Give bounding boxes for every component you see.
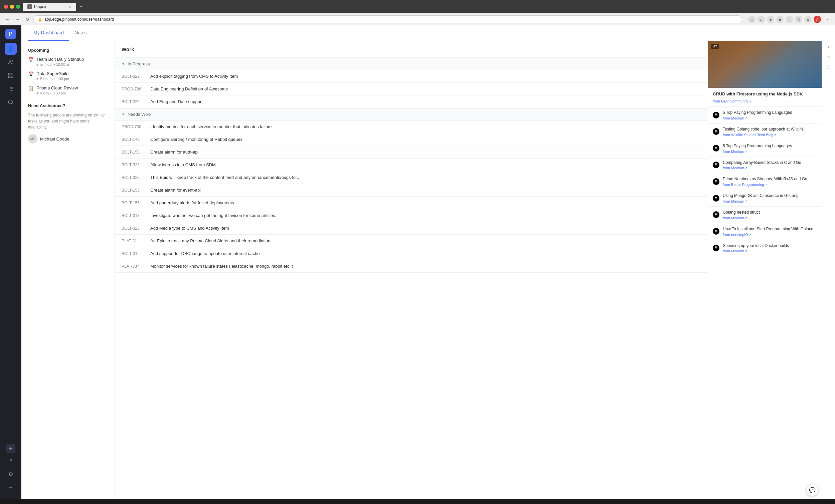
article-item-5[interactable]: M Using MongoDB as Datasource in GoLang … [708, 190, 822, 206]
work-row-bolt-325[interactable]: BOLT-325 Add Media type to CMS and Activ… [115, 222, 708, 235]
work-row-bolt-153[interactable]: BOLT-153 Create alarm for auth-api [115, 146, 708, 159]
extension-icon-2[interactable]: ■ [767, 16, 774, 23]
hero-article-title[interactable]: CRUD with Firestore using the Node.js SD… [708, 88, 822, 99]
tab-notes[interactable]: Notes [69, 25, 92, 41]
sidebar-item-org[interactable] [5, 69, 17, 81]
article-info-0: 5 Top Paying Programming Languages from … [723, 110, 817, 120]
upcoming-item-2-time: in a day • 8:30 am [36, 91, 78, 95]
new-tab-button[interactable]: + [78, 3, 84, 10]
forward-button[interactable]: → [14, 16, 21, 23]
extension-icon-6[interactable]: ⊕ [804, 16, 812, 23]
active-tab[interactable]: P Pinpoint ✕ [23, 3, 76, 11]
article-title-6: Golang nested struct [723, 210, 817, 215]
article-item-3[interactable]: M Comparing Array-Based Stacks in C and … [708, 156, 822, 173]
work-row-bolt-315[interactable]: BOLT-315 Add support for DBChange to upd… [115, 247, 708, 260]
article-source-3: from Medium ↗ [723, 166, 817, 170]
work-row-plat-311[interactable]: PLAT-311 An Epic to track any Prisma Clo… [115, 235, 708, 247]
assistance-desc: The following people are working on simi… [28, 112, 108, 130]
work-row-prod-726[interactable]: PROD-726 Data Engineering Definition of … [115, 83, 708, 96]
upcoming-item-0-title: Team Bolt Daily Standup [36, 57, 84, 62]
back-button[interactable]: ← [4, 16, 12, 23]
sidebar-settings-icon[interactable]: ⚙ [5, 468, 17, 480]
article-item-8[interactable]: M Speeding up your local Docker builds f… [708, 240, 822, 256]
person-item-0[interactable]: MG Michael Goode [28, 134, 108, 144]
work-row-prod-730[interactable]: PROD-730 Identify metrics for each servi… [115, 121, 708, 133]
needs-work-header[interactable]: ▼ Needs Work [115, 108, 708, 121]
article-item-4[interactable]: M Prime Numbers as Streams, With RxJS an… [708, 173, 822, 190]
work-row-plat-337[interactable]: PLAT-337 Monitor services for known fail… [115, 260, 708, 273]
extension-icon-3[interactable]: ◆ [776, 16, 783, 23]
refresh-button[interactable]: ↻ [24, 16, 31, 23]
in-progress-header[interactable]: ▼ In Progress [115, 58, 708, 70]
top-nav: My Dashboard Notes [21, 25, 835, 41]
work-row-bolt-326[interactable]: BOLT-326 Add Etag and Date support [115, 96, 708, 108]
article-item-7[interactable]: M How To Install and Start Programming W… [708, 223, 822, 240]
work-desc-bolt-149: Configure alerting / monitoring of Rabbi… [150, 137, 243, 142]
article-title-4: Prime Numbers as Streams, With RxJS and … [723, 176, 817, 182]
work-desc-plat-311: An Epic to track any Prisma Cloud Alerts… [150, 238, 271, 243]
work-id-bolt-323: BOLT-323 [122, 163, 145, 167]
content-area: Upcoming 📅 Team Bolt Daily Standup in an… [21, 41, 835, 499]
sidebar-item-search[interactable] [5, 96, 17, 108]
tab-my-dashboard[interactable]: My Dashboard [28, 25, 69, 41]
svg-rect-1 [8, 73, 10, 75]
tab-title: Pinpoint [34, 4, 48, 9]
minimize-button[interactable] [10, 5, 14, 9]
sidebar-logout-icon[interactable]: → [5, 481, 17, 493]
extension-icon-4[interactable]: ○ [786, 16, 793, 23]
list-icon[interactable]: ≡ [827, 55, 830, 60]
hero-article-source[interactable]: from DEV Community ↗ [708, 99, 822, 106]
work-row-bolt-329[interactable]: BOLT-329 This Epic will keep track of th… [115, 171, 708, 184]
work-row-bolt-322[interactable]: BOLT-322 Add explicit tagging from CMS t… [115, 70, 708, 83]
article-item-0[interactable]: M 5 Top Paying Programming Languages fro… [708, 106, 822, 123]
work-id-bolt-325: BOLT-325 [122, 226, 145, 231]
tab-favicon: P [27, 4, 32, 9]
maximize-button[interactable] [16, 5, 20, 9]
work-desc-bolt-325: Add Media type to CMS and Activity Item [150, 226, 229, 231]
chat-bubble[interactable]: 💬 [806, 484, 818, 496]
work-row-bolt-323[interactable]: BOLT-323 Allow ingress into CMS from SDM [115, 159, 708, 171]
menu-button[interactable]: ⋮ [823, 16, 831, 23]
assistance-section: Need Assistance? The following people ar… [28, 103, 108, 144]
svg-line-12 [12, 103, 13, 104]
article-title-8: Speeding up your local Docker builds [723, 243, 817, 249]
upcoming-item-1-info: Data SuperGuild in 5 hours • 1:30 pm [36, 71, 69, 81]
article-item-2[interactable]: M 5 Top Paying Programming Languages fro… [708, 140, 822, 156]
extension-icon-1[interactable]: □ [757, 16, 765, 23]
extension-icon-5[interactable]: ⬡ [795, 16, 802, 23]
work-row-bolt-149[interactable]: BOLT-149 Configure alerting / monitoring… [115, 133, 708, 146]
sidebar-item-team[interactable] [5, 56, 17, 68]
url-bar[interactable]: 🔒 app.edge.pinpoint.com/user/dashboard [34, 15, 742, 23]
sidebar-add-button[interactable]: + [6, 444, 15, 453]
star-icon[interactable]: ☆ [826, 64, 831, 70]
work-row-bolt-156[interactable]: BOLT-156 Add pagerduty alerts for failed… [115, 196, 708, 209]
work-row-bolt-155[interactable]: BOLT-155 Create alarm for event-api [115, 184, 708, 196]
article-title-0: 5 Top Paying Programming Languages [723, 110, 817, 115]
traffic-lights [4, 5, 20, 9]
article-source-7: from nonstopIO ↗ [723, 233, 817, 237]
tab-close-icon[interactable]: ✕ [68, 5, 72, 9]
bookmark-icon[interactable]: ☆ [748, 16, 755, 23]
article-item-1[interactable]: M Testing Golang code: our approach at W… [708, 123, 822, 140]
close-button[interactable] [4, 5, 8, 9]
tab-bar: P Pinpoint ✕ + [23, 3, 831, 11]
article-item-6[interactable]: M Golang nested struct from Medium ↗ [708, 206, 822, 223]
sidebar-help-icon[interactable]: ? [5, 455, 17, 467]
article-source-6: from Medium ↗ [723, 216, 817, 220]
article-icon-0: M [713, 112, 719, 119]
ext-link-5: ↗ [745, 200, 748, 203]
user-avatar[interactable]: A [814, 16, 821, 23]
work-row-bolt-318[interactable]: BOLT-318 Investigate whether we can get … [115, 209, 708, 222]
sidebar: P 👤 + ? ⚙ → [0, 25, 21, 499]
upcoming-item-1-time: in 5 hours • 1:30 pm [36, 77, 69, 81]
article-info-1: Testing Golang code: our approach at Wil… [723, 126, 817, 137]
article-hero-image: BY [708, 41, 822, 88]
article-icon-3: M [713, 162, 719, 168]
sidebar-item-list[interactable] [5, 83, 17, 95]
article-info-5: Using MongoDB as Datasource in GoLang fr… [723, 193, 817, 203]
sidebar-item-person[interactable]: 👤 [5, 43, 17, 55]
article-icon-7: M [713, 228, 719, 235]
work-desc-bolt-329: This Epic will keep track of the content… [150, 175, 300, 180]
plus-icon[interactable]: + [827, 44, 830, 50]
upcoming-item-0-time: in an hour • 10:00 am [36, 62, 84, 66]
